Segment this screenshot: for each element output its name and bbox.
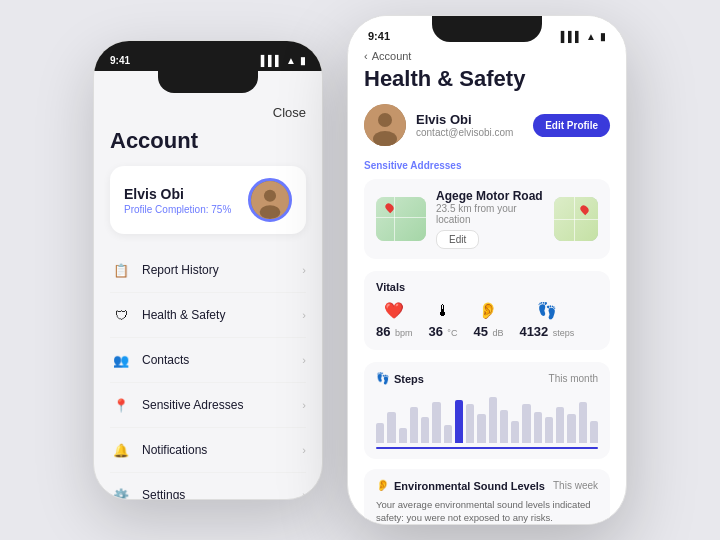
- svg-point-1: [264, 190, 276, 202]
- svg-point-2: [260, 205, 281, 219]
- wifi-icon-right: ▲: [586, 31, 596, 42]
- account-title: Account: [110, 128, 306, 154]
- profile-card-info: Elvis Obi Profile Completion: 75%: [124, 186, 231, 215]
- user-avatar: [364, 104, 406, 146]
- steps-period: This month: [549, 373, 598, 384]
- menu-label-settings: Settings: [142, 488, 185, 500]
- sensitive-addresses-label: Sensitive Addresses: [364, 160, 610, 171]
- steps-foot-icon: 👣: [376, 372, 390, 385]
- status-bar-left: 9:41 ▌▌▌ ▲ ▮: [94, 41, 322, 71]
- menu-item-settings[interactable]: ⚙️ Settings ›: [110, 473, 306, 500]
- bar-item: [421, 417, 429, 443]
- right-phone: 9:41 ▌▌▌ ▲ ▮ ‹ Account Health & Safety E…: [347, 15, 627, 525]
- sound-period: This week: [553, 480, 598, 491]
- bar-item: [376, 423, 384, 443]
- back-chevron-icon: ‹: [364, 50, 368, 62]
- menu-label-contacts: Contacts: [142, 353, 189, 367]
- vital-temp-value: 36: [428, 324, 442, 339]
- status-icons-left: ▌▌▌ ▲ ▮: [261, 55, 306, 66]
- back-label: Account: [372, 50, 412, 62]
- menu-item-sensitive-addresses[interactable]: 📍 Sensitive Adresses ›: [110, 383, 306, 428]
- profile-card[interactable]: Elvis Obi Profile Completion: 75%: [110, 166, 306, 234]
- notch-left: [158, 71, 258, 93]
- chevron-icon: ›: [302, 444, 306, 456]
- menu-label-health-safety: Health & Safety: [142, 308, 225, 322]
- signal-icon: ▌▌▌: [261, 55, 282, 66]
- vitals-title: Vitals: [376, 281, 598, 293]
- menu-item-health-safety[interactable]: 🛡 Health & Safety ›: [110, 293, 306, 338]
- heart-icon: ❤️: [376, 301, 412, 320]
- address-name: Agege Motor Road: [436, 189, 544, 203]
- profile-name: Elvis Obi: [124, 186, 231, 202]
- notch-right: [432, 16, 542, 42]
- user-avatar-image: [364, 104, 406, 146]
- signal-icon-right: ▌▌▌: [561, 31, 582, 42]
- settings-icon: ⚙️: [110, 484, 132, 500]
- profile-completion: Profile Completion: 75%: [124, 204, 231, 215]
- menu-label-sensitive-addresses: Sensitive Adresses: [142, 398, 243, 412]
- avatar-image: [251, 181, 289, 219]
- ear-icon: 👂: [473, 301, 503, 320]
- sound-label: 👂 Environmental Sound Levels: [376, 479, 545, 492]
- bar-item: [399, 428, 407, 443]
- bar-item: [444, 425, 452, 443]
- chevron-icon: ›: [302, 354, 306, 366]
- chevron-icon: ›: [302, 489, 306, 500]
- sound-icon: 👂: [376, 479, 390, 492]
- map-thumbnail-right: [554, 197, 598, 241]
- average-line: [376, 447, 598, 449]
- vital-db: 👂 45 dB: [473, 301, 503, 340]
- map-thumbnail-left: [376, 197, 426, 241]
- menu-label-notifications: Notifications: [142, 443, 207, 457]
- bar-item: [556, 407, 564, 443]
- vital-steps: 👣 4132 steps: [519, 301, 574, 340]
- left-phone: 9:41 ▌▌▌ ▲ ▮ Close Account Elvis Obi Pro…: [93, 40, 323, 500]
- health-safety-icon: 🛡: [110, 304, 132, 326]
- contacts-icon: 👥: [110, 349, 132, 371]
- svg-point-4: [378, 113, 392, 127]
- address-distance: 23.5 km from your location: [436, 203, 544, 225]
- vital-temp: 🌡 36 °C: [428, 302, 457, 340]
- bar-item: [387, 412, 395, 443]
- user-profile-row: Elvis Obi contact@elvisobi.com Edit Prof…: [364, 104, 610, 146]
- bar-item: [522, 404, 530, 443]
- steps-section: 👣 Steps This month: [364, 362, 610, 459]
- menu-item-contacts[interactable]: 👥 Contacts ›: [110, 338, 306, 383]
- chevron-icon: ›: [302, 399, 306, 411]
- page-title: Health & Safety: [364, 66, 610, 92]
- address-card: Agege Motor Road 23.5 km from your locat…: [364, 179, 610, 259]
- edit-address-button[interactable]: Edit: [436, 230, 479, 249]
- vitals-row: ❤️ 86 bpm 🌡 36 °C 👂 45 dB 👣 4132: [376, 301, 598, 340]
- profile-avatar: [248, 178, 292, 222]
- bar-item: [410, 407, 418, 443]
- bar-item: [477, 414, 485, 443]
- sound-section: 👂 Environmental Sound Levels This week Y…: [364, 469, 610, 524]
- user-info: Elvis Obi contact@elvisobi.com: [416, 112, 523, 138]
- report-history-icon: 📋: [110, 259, 132, 281]
- battery-icon: ▮: [300, 55, 306, 66]
- menu-item-report-history[interactable]: 📋 Report History ›: [110, 248, 306, 293]
- menu-item-notifications[interactable]: 🔔 Notifications ›: [110, 428, 306, 473]
- vital-db-value: 45: [473, 324, 487, 339]
- bar-item: [432, 402, 440, 443]
- bar-item: [545, 417, 553, 443]
- menu-list: 📋 Report History › 🛡 Health & Safety › 👥…: [110, 248, 306, 500]
- vitals-section: Vitals ❤️ 86 bpm 🌡 36 °C 👂 45 dB: [364, 271, 610, 350]
- back-nav[interactable]: ‹ Account: [364, 50, 610, 62]
- temp-icon: 🌡: [428, 302, 457, 320]
- bar-item: [455, 400, 463, 443]
- bar-item: [579, 402, 587, 443]
- chevron-icon: ›: [302, 309, 306, 321]
- close-button[interactable]: Close: [110, 105, 306, 120]
- user-name: Elvis Obi: [416, 112, 523, 127]
- bar-item: [511, 421, 519, 443]
- notifications-icon: 🔔: [110, 439, 132, 461]
- right-content: ‹ Account Health & Safety Elvis Obi cont…: [348, 50, 626, 524]
- edit-profile-button[interactable]: Edit Profile: [533, 114, 610, 137]
- sensitive-addresses-icon: 📍: [110, 394, 132, 416]
- time-left: 9:41: [110, 55, 130, 66]
- sound-header: 👂 Environmental Sound Levels This week: [376, 479, 598, 492]
- sound-description: Your average environmental sound levels …: [376, 498, 598, 524]
- vital-temp-unit: °C: [447, 328, 457, 338]
- bar-chart: [376, 393, 598, 443]
